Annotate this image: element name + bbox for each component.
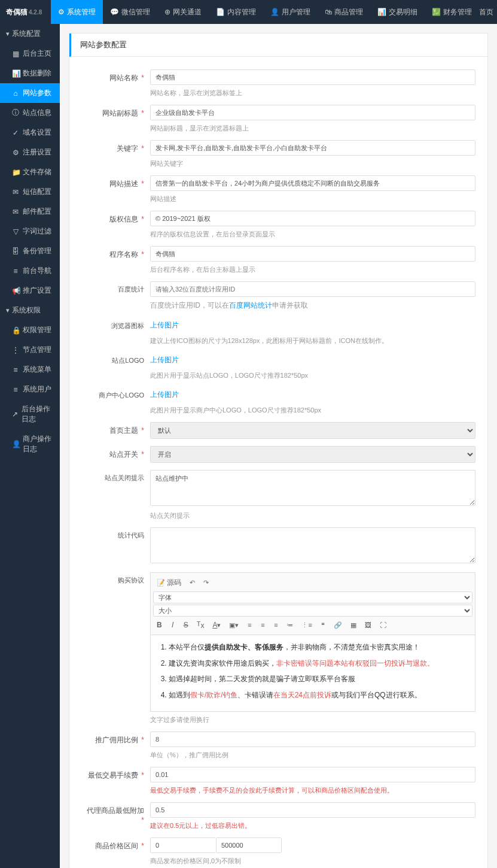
tb-link[interactable]: 🔗 bbox=[330, 618, 346, 632]
home-link[interactable]: 首页 bbox=[479, 7, 493, 17]
nav-user[interactable]: 👤用户管理 bbox=[263, 0, 318, 24]
merchant-logo-upload[interactable]: 上传图片 bbox=[150, 387, 179, 402]
sb-sysuser[interactable]: ≡系统用户 bbox=[0, 380, 60, 399]
tb-image[interactable]: 🖼 bbox=[361, 618, 375, 632]
agent-minadd-input[interactable] bbox=[150, 802, 475, 818]
nav-content[interactable]: 📄内容管理 bbox=[209, 0, 263, 24]
sb-dashboard[interactable]: ▦后台主页 bbox=[0, 44, 60, 63]
sidebar-group-permission[interactable]: ▾ 系统权限 bbox=[0, 301, 60, 320]
browser-icon-hint: 建议上传ICO图标的尺寸为128x128px，此图标用于网站标题前，ICON在线… bbox=[150, 336, 475, 345]
tb-size-select[interactable]: 大小 bbox=[153, 605, 472, 617]
sb-merchant-log[interactable]: 👤商户操作日志 bbox=[0, 429, 60, 459]
tb-forecolor[interactable]: A▾ bbox=[209, 618, 224, 632]
user-icon: 👤 bbox=[12, 440, 19, 448]
close-tip-textarea[interactable]: 站点维护中 bbox=[150, 470, 475, 506]
keywords-input[interactable] bbox=[150, 140, 475, 156]
tb-italic[interactable]: I bbox=[167, 618, 179, 632]
sidebar-group-system[interactable]: ▾ 系统配置 bbox=[0, 24, 60, 44]
copyright-input[interactable] bbox=[150, 211, 475, 226]
sb-domain[interactable]: ✓域名设置 bbox=[0, 123, 60, 142]
tb-color[interactable]: Tx bbox=[193, 618, 208, 632]
copyright-hint: 程序的版权信息设置，在后台登录页面显示 bbox=[150, 230, 475, 239]
tb-ol[interactable]: ≔ bbox=[283, 618, 297, 632]
promo-ratio-input[interactable] bbox=[150, 732, 475, 747]
lock-icon: 🔒 bbox=[12, 326, 19, 335]
keywords-hint: 网站关键字 bbox=[150, 159, 475, 168]
tb-table[interactable]: ▦ bbox=[347, 618, 360, 632]
nav-gateway[interactable]: ⊕网关通道 bbox=[157, 0, 209, 24]
sb-permission[interactable]: 🔒权限管理 bbox=[0, 320, 60, 340]
price-range-hint: 商品发布的价格区间,0为不限制 bbox=[150, 857, 475, 866]
site-name-input[interactable] bbox=[150, 69, 475, 85]
program-name-hint: 后台程序名称，在后台主标题上显示 bbox=[150, 265, 475, 274]
mail-icon: ✉ bbox=[12, 208, 19, 216]
nav-product[interactable]: 🛍商品管理 bbox=[318, 0, 370, 24]
site-switch-select[interactable]: 开启 bbox=[150, 446, 475, 463]
tb-undo[interactable]: ↶ bbox=[186, 575, 199, 590]
sb-front-nav[interactable]: ≡前台导航 bbox=[0, 261, 60, 281]
baidu-stat-link[interactable]: 百度网站统计 bbox=[229, 301, 272, 309]
sb-backup[interactable]: 🗄备份管理 bbox=[0, 241, 60, 261]
tb-strike[interactable]: S bbox=[180, 618, 192, 632]
gear-icon: ⚙ bbox=[12, 148, 19, 157]
arrow-icon: ↗ bbox=[12, 410, 18, 418]
megaphone-icon: 📢 bbox=[12, 287, 19, 295]
tb-backcolor[interactable]: ▣▾ bbox=[225, 618, 242, 632]
site-subtitle-input[interactable] bbox=[150, 105, 475, 120]
sidebar: ▾ 系统配置 ▦后台主页 📊数据删除 ⌂网站参数 ⓘ站点信息 ✓域名设置 ⚙注册… bbox=[0, 24, 60, 868]
merchant-logo-hint: 此图片用于显示商户中心LOGO，LOGO尺寸推荐182*50px bbox=[150, 406, 475, 415]
site-logo-upload[interactable]: 上传图片 bbox=[150, 353, 179, 368]
node-icon: ⋮ bbox=[12, 346, 19, 354]
dashboard-icon: ▦ bbox=[12, 50, 19, 58]
price-max-input[interactable] bbox=[216, 837, 282, 853]
nav-wechat[interactable]: 💬微信管理 bbox=[103, 0, 157, 24]
sb-node[interactable]: ⋮节点管理 bbox=[0, 340, 60, 360]
baidu-stat-input[interactable] bbox=[150, 281, 475, 297]
check-icon: ✓ bbox=[12, 129, 19, 137]
nav-system[interactable]: ⚙系统管理 bbox=[51, 0, 103, 24]
sb-site-params[interactable]: ⌂网站参数 bbox=[0, 83, 60, 103]
list-icon: ≡ bbox=[12, 386, 19, 394]
tb-align-center[interactable]: ≡ bbox=[257, 618, 269, 632]
tb-align-right[interactable]: ≡ bbox=[270, 618, 282, 632]
site-desc-input[interactable] bbox=[150, 175, 475, 191]
tb-fullscreen[interactable]: ⛶ bbox=[376, 618, 390, 632]
info-icon: ⓘ bbox=[12, 108, 19, 118]
logo: 奇偶猫4.2.8 bbox=[6, 7, 42, 17]
list-icon: ≡ bbox=[12, 366, 19, 374]
sb-sms[interactable]: ✉短信配置 bbox=[0, 182, 60, 202]
tb-ul[interactable]: ⋮≡ bbox=[298, 618, 315, 632]
min-fee-input[interactable] bbox=[150, 767, 475, 782]
sb-promo[interactable]: 📢推广设置 bbox=[0, 281, 60, 301]
sb-word-filter[interactable]: ▽字词过滤 bbox=[0, 221, 60, 241]
stat-code-textarea[interactable] bbox=[150, 527, 475, 563]
tb-align-left[interactable]: ≡ bbox=[243, 618, 255, 632]
min-fee-hint: 最低交易手续费，手续费不足的会按此手续费计算，可以和商品价格区间配合使用。 bbox=[150, 786, 475, 795]
tb-quote[interactable]: ❝ bbox=[317, 618, 329, 632]
program-name-input[interactable] bbox=[150, 246, 475, 262]
home-theme-select[interactable]: 默认 bbox=[150, 422, 475, 439]
tb-bold[interactable]: B bbox=[153, 618, 166, 632]
agent-minadd-hint: 建议在0.5元以上，过低容易出错。 bbox=[150, 821, 475, 830]
editor-body[interactable]: 本站平台仅提供自助发卡、客係服务，并非购物商，不清楚充值卡密真实用途！ 建议先资… bbox=[150, 635, 475, 711]
list-icon: ≡ bbox=[12, 267, 19, 275]
editor-toolbar: 📝 源码 ↶ ↷ 字体 大小 B I S Tx A▾ ▣▾ ≡ ≡ ≡ ≔ ⋮≡ bbox=[150, 572, 475, 635]
top-nav: ⚙系统管理 💬微信管理 ⊕网关通道 📄内容管理 👤用户管理 🛍商品管理 📊交易明… bbox=[51, 0, 479, 24]
site-subtitle-hint: 网站副标题，显示在浏览器标题上 bbox=[150, 124, 475, 133]
browser-icon-upload[interactable]: 上传图片 bbox=[150, 318, 179, 333]
baidu-stat-hint: 百度统计应用ID，可以在百度网站统计申请并获取 bbox=[150, 301, 475, 311]
sb-menu[interactable]: ≡系统菜单 bbox=[0, 360, 60, 380]
tb-source[interactable]: 📝 源码 bbox=[153, 575, 185, 590]
sb-admin-log[interactable]: ↗后台操作日志 bbox=[0, 399, 60, 429]
sb-email[interactable]: ✉邮件配置 bbox=[0, 202, 60, 221]
tb-font-select[interactable]: 字体 bbox=[153, 591, 472, 603]
nav-trade[interactable]: 📊交易明细 bbox=[370, 0, 425, 24]
sb-file-storage[interactable]: 📁文件存储 bbox=[0, 162, 60, 182]
tb-redo[interactable]: ↷ bbox=[200, 575, 212, 590]
sb-register[interactable]: ⚙注册设置 bbox=[0, 142, 60, 162]
sb-site-info[interactable]: ⓘ站点信息 bbox=[0, 103, 60, 123]
close-tip-hint: 站点关闭提示 bbox=[150, 511, 475, 520]
sb-data-delete[interactable]: 📊数据删除 bbox=[0, 63, 60, 83]
price-min-input[interactable] bbox=[150, 837, 216, 853]
nav-finance[interactable]: 💹财务管理 bbox=[425, 0, 479, 24]
